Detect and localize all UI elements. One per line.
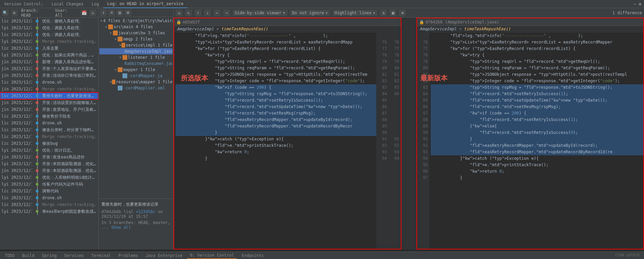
commit-row[interactable]: jin 2023/12/20 1!开发:活动设置折扣能够输入1以上 <box>0 99 98 106</box>
tree-mapperfile[interactable]: ·cordMapper.ja <box>99 73 172 79</box>
commit-row[interactable]: lic 2023/12/14 1!drone.sh <box>0 194 98 201</box>
tree-svcfile[interactable]: AmqpServiceImpl.java <box>99 48 172 54</box>
commit-row[interactable]: lic 2023/12/20 1!重推失败时，也要更新推送记录 <box>0 92 98 99</box>
right-hash: d7642b6 (AmqpServiceImpl.java) <box>426 20 499 24</box>
commit-row[interactable]: jin 2023/12/21 1!开发:个人发票地址栏不要体现手机 <box>0 65 98 72</box>
commit-details: 重推失败时，也要更新推送记录 d7642b6b liql <123456> on… <box>99 198 173 249</box>
commit-row[interactable]: lyi 2023/12/14 1!传客户代码为证件号码 <box>0 181 98 188</box>
bottom-tab-je[interactable]: Java Enterprise <box>143 253 185 259</box>
gear-icon[interactable]: ⚙ <box>399 10 406 16</box>
commit-msg: Merge remote-tracking branc <box>42 202 97 207</box>
collapse-diff-icon[interactable]: ⇱ <box>185 10 192 16</box>
bottom-tab-build[interactable]: Build <box>19 253 37 259</box>
gear-icon[interactable]: ⚙ <box>639 2 641 6</box>
commit-row[interactable]: lic 2023/12/14 1!调整代码 <box>0 188 98 194</box>
sync-scroll-icon[interactable]: ⇅ <box>380 10 387 16</box>
tab-log[interactable]: Log <box>88 0 103 8</box>
next-diff-icon[interactable]: ↓ <box>204 10 211 16</box>
commit-row[interactable]: jin 2023/12/20 1!Merge remote-tracking b… <box>0 86 98 92</box>
commit-row[interactable]: lic 2023/12/19 1!修改分类时，对分类下物料的税率 <box>0 126 98 133</box>
commit-row[interactable]: lyi 2023/12/22 1!优化：如果出库两个商品，生产数 <box>0 52 98 58</box>
minimize-icon[interactable]: — <box>634 2 636 6</box>
refresh-icon[interactable]: ↻ <box>89 10 96 16</box>
commit-row[interactable]: jin 2023/12/15 1!开发:发送eas商品进价 <box>0 154 98 160</box>
tree-amqp[interactable]: ▾amqp 2 files <box>99 36 172 42</box>
graph-dot <box>36 196 38 199</box>
user-filter[interactable]: User: All <box>54 8 79 18</box>
tab-logon[interactable]: Log: on HEAD in airport_service <box>103 0 187 8</box>
commit-row[interactable]: lyi 2023/12/26 1!优化：调拨入库处理。 <box>0 24 98 31</box>
tree-resfile[interactable]: ·cordMapplier.xml <box>99 85 172 91</box>
commit-row[interactable]: lic 2023/12/19 1!Merge remote-tracking b… <box>0 133 98 140</box>
commit-row[interactable]: lic 2023/12/14 1!Merge remote-tracking b… <box>0 201 98 208</box>
highlight-dropdown[interactable]: Highlight lines ▾ <box>333 10 378 16</box>
group-icon[interactable]: ▤ <box>116 9 123 16</box>
folder-icon <box>122 55 127 60</box>
search-icon[interactable]: 🔍 <box>2 10 9 16</box>
commit-row[interactable]: lic 2023/12/19 1!修改售价字段名 <box>0 113 98 120</box>
commit-list[interactable]: lic 2023/12/26 1!优化：撤销入库处理。lyi 2023/12/2… <box>0 18 98 249</box>
commit-row[interactable]: lyi 2023/12/15 1!开发:本部酒获取溯源，优化取商品 <box>0 160 98 167</box>
commit-date: lic 2023/12/19 1! <box>1 127 32 132</box>
commit-row[interactable]: lic 2023/12/19 1!修改bug <box>0 140 98 147</box>
commit-row[interactable]: jin 2023/12/22 9:新增：调拨入库商品进价取调出商 <box>0 58 98 65</box>
graph-dot <box>36 176 38 179</box>
filter-icon[interactable]: ⚙ <box>11 10 18 16</box>
tree-srcmain[interactable]: ▾src\main 4 files <box>99 24 172 30</box>
commit-row[interactable]: lic 2023/12/25 1!优化：调拨入库处理。 <box>0 31 98 38</box>
commit-row[interactable]: lic 2023/12/25 1!入库去重 <box>0 45 98 52</box>
file-icon <box>122 73 127 78</box>
bottom-tab-problems[interactable]: Problems <box>116 253 141 259</box>
commit-panel: 🔍 ⚙ Branch: HEAD User: All 📅 ↻ lic 2023/… <box>0 8 99 249</box>
expand-all-icon[interactable]: ⊞ <box>125 9 131 16</box>
tree-lis[interactable]: ▾listener 1 file <box>99 54 172 61</box>
date-icon[interactable]: 📅 <box>81 10 87 16</box>
commit-row[interactable]: lic 2023/12/19 1!drone.sh <box>0 120 98 126</box>
back-icon[interactable]: ← <box>214 10 220 16</box>
commit-row[interactable]: jin 2023/12/15 1!开发:本部酒获取溯源，优化取商品 <box>0 167 98 174</box>
commit-row[interactable]: lyi 2023/12/19 1!优化：统计日志。 <box>0 147 98 154</box>
left-code-area[interactable]: 所选版本 "fld">log."mtd">info("-------------… <box>174 33 401 249</box>
commit-row[interactable]: lic 2023/12/26 1!优化：撤销入库处理。 <box>0 18 98 24</box>
bottom-tab-terminal[interactable]: Terminal <box>88 253 114 259</box>
commit-row[interactable]: lyi 2023/12/15 1!优化：入库物料明细id统计唯一. <box>0 174 98 181</box>
expand-diff-icon[interactable]: ⇲ <box>176 10 182 16</box>
diff-settings-icon[interactable]: ▦ <box>390 10 396 16</box>
commit-date: lic 2023/12/25 1! <box>1 46 32 51</box>
forward-icon[interactable]: → <box>223 10 230 16</box>
tree-java[interactable]: ▾java\com\hw 3 files <box>99 30 172 36</box>
graph-dot <box>36 210 38 213</box>
file-tree[interactable]: ▾4 files E:\project\ry\hw\airport_s ▾src… <box>99 17 173 198</box>
bottom-tab-spring[interactable]: Spring <box>39 253 59 259</box>
tab-vc[interactable]: Version Control: <box>0 0 48 8</box>
tree-mapper[interactable]: ▾mapper 1 file <box>99 67 172 73</box>
tree-svc[interactable]: ▾service\impl 1 file <box>99 42 172 48</box>
right-code-area[interactable]: 最新版本 76777879808182838485868788899091929… <box>417 33 644 249</box>
commit-row[interactable]: lic 2023/12/20 1!drone.sh <box>0 79 98 86</box>
collapse-icon[interactable]: ↕ <box>100 9 107 16</box>
commit-msg: 开发:发票地址、开户行及账号信息 <box>42 107 97 113</box>
watermark: CSDN @肖码哥 <box>615 253 640 258</box>
commit-date: jin 2023/12/22 9: <box>1 59 32 64</box>
ignore-dropdown[interactable]: Do not ignore ▾ <box>290 10 330 16</box>
graph-dot <box>36 156 38 158</box>
bottom-tab-vc[interactable]: 0: Version Control <box>187 252 237 259</box>
commit-row[interactable]: jin 2023/12/19 1!开发:发票地址、开户行及账号信息 <box>0 106 98 113</box>
bottom-tab-endpoints[interactable]: Endpoints <box>239 253 266 259</box>
bottom-tab-todo[interactable]: TODO <box>2 253 17 259</box>
tab-local[interactable]: Local Changes <box>48 0 88 8</box>
branch-filter[interactable]: Branch: HEAD <box>20 8 52 18</box>
prev-diff-icon[interactable]: ↑ <box>195 10 201 16</box>
tree-lisfile[interactable]: RabbitmqConsumer.java <box>99 61 172 67</box>
author-link[interactable]: <123456> <box>136 209 155 214</box>
show-all-link[interactable]: Show all <box>111 225 131 230</box>
show-diff-icon[interactable]: ≋ <box>108 9 115 16</box>
viewer-mode-dropdown[interactable]: Side-by-side viewer ▾ <box>233 10 287 16</box>
tree-res[interactable]: ▾resources\mapper 1 file <box>99 79 172 85</box>
bottom-tab-services[interactable]: Services <box>61 253 86 259</box>
commit-row[interactable]: lyi 2023/12/25 1!Merge remote-tracking b… <box>0 38 98 45</box>
tree-label: java\com\hw 3 files <box>118 31 165 35</box>
tree-root[interactable]: ▾4 files E:\project\ry\hw\airport_s <box>99 18 172 24</box>
commit-row[interactable]: lyi 2023/12/14 1!将eas和erp的固定参数改成配置 <box>0 208 98 215</box>
commit-row[interactable]: jin 2023/12/21 1!开发:活动价订单传值订单到EAS <box>0 72 98 79</box>
